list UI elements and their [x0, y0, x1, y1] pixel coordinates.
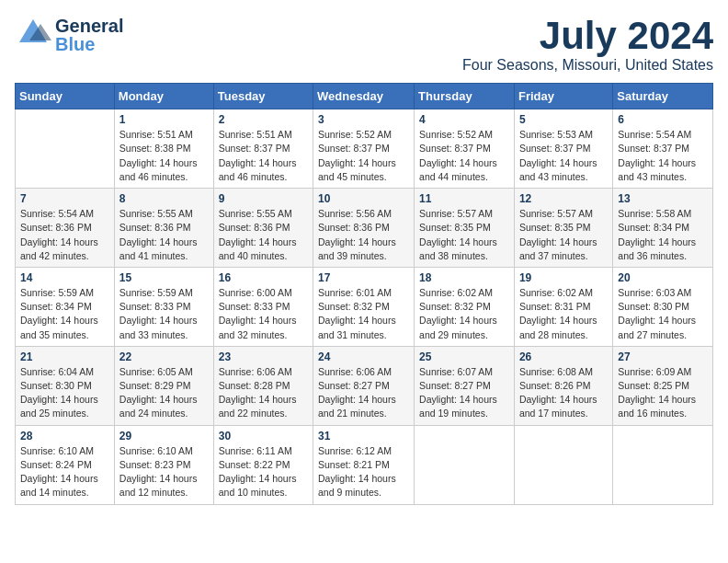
day-number: 6 [618, 113, 708, 126]
day-number: 11 [419, 192, 509, 205]
title-section: July 2024 Four Seasons, Missouri, United… [462, 15, 713, 74]
calendar-cell: 31Sunrise: 6:12 AM Sunset: 8:21 PM Dayli… [313, 425, 415, 504]
day-number: 28 [20, 430, 109, 442]
cell-info: Sunrise: 6:12 AM Sunset: 8:21 PM Dayligh… [318, 444, 409, 500]
cell-info: Sunrise: 6:10 AM Sunset: 8:23 PM Dayligh… [119, 444, 209, 500]
cell-info: Sunrise: 6:00 AM Sunset: 8:33 PM Dayligh… [219, 286, 308, 342]
calendar-cell: 12Sunrise: 5:57 AM Sunset: 8:35 PM Dayli… [514, 189, 612, 268]
day-number: 27 [618, 350, 708, 363]
logo-icon [15, 15, 51, 55]
day-number: 8 [119, 192, 209, 205]
calendar-cell: 11Sunrise: 5:57 AM Sunset: 8:35 PM Dayli… [415, 189, 515, 268]
calendar-cell: 10Sunrise: 5:56 AM Sunset: 8:36 PM Dayli… [313, 189, 415, 268]
cell-info: Sunrise: 6:02 AM Sunset: 8:32 PM Dayligh… [419, 286, 509, 342]
calendar-cell [16, 109, 115, 189]
day-number: 15 [119, 271, 209, 284]
calendar-cell: 26Sunrise: 6:08 AM Sunset: 8:26 PM Dayli… [514, 346, 612, 425]
calendar-cell: 7Sunrise: 5:54 AM Sunset: 8:36 PM Daylig… [16, 189, 115, 268]
day-number: 14 [20, 271, 109, 284]
cell-info: Sunrise: 5:53 AM Sunset: 8:37 PM Dayligh… [519, 128, 608, 184]
day-number: 29 [119, 430, 209, 442]
cell-info: Sunrise: 6:06 AM Sunset: 8:27 PM Dayligh… [318, 365, 409, 421]
day-of-week-header: Tuesday [213, 84, 313, 109]
logo-name: General Blue [55, 17, 123, 53]
day-number: 16 [219, 271, 308, 284]
logo-general-text: General [55, 17, 123, 35]
day-number: 19 [519, 271, 608, 284]
calendar-cell: 20Sunrise: 6:03 AM Sunset: 8:30 PM Dayli… [613, 267, 713, 346]
day-number: 13 [618, 192, 708, 205]
cell-info: Sunrise: 5:59 AM Sunset: 8:33 PM Dayligh… [119, 286, 209, 342]
day-number: 20 [618, 271, 708, 284]
cell-info: Sunrise: 5:54 AM Sunset: 8:37 PM Dayligh… [618, 128, 708, 184]
day-number: 3 [318, 113, 409, 126]
day-number: 30 [219, 430, 308, 442]
calendar-cell: 21Sunrise: 6:04 AM Sunset: 8:30 PM Dayli… [16, 346, 115, 425]
day-number: 2 [219, 113, 308, 126]
calendar-cell: 6Sunrise: 5:54 AM Sunset: 8:37 PM Daylig… [613, 109, 713, 189]
day-number: 18 [419, 271, 509, 284]
cell-info: Sunrise: 5:55 AM Sunset: 8:36 PM Dayligh… [219, 207, 308, 263]
cell-info: Sunrise: 5:58 AM Sunset: 8:34 PM Dayligh… [618, 207, 708, 263]
cell-info: Sunrise: 5:54 AM Sunset: 8:36 PM Dayligh… [20, 207, 109, 263]
day-number: 10 [318, 192, 409, 205]
calendar-cell: 27Sunrise: 6:09 AM Sunset: 8:25 PM Dayli… [613, 346, 713, 425]
day-number: 12 [519, 192, 608, 205]
month-year-title: July 2024 [462, 15, 713, 57]
cell-info: Sunrise: 5:51 AM Sunset: 8:37 PM Dayligh… [219, 128, 308, 184]
day-number: 24 [318, 350, 409, 363]
day-number: 1 [119, 113, 209, 126]
logo: General Blue [15, 15, 123, 55]
calendar-cell: 9Sunrise: 5:55 AM Sunset: 8:36 PM Daylig… [213, 189, 313, 268]
cell-info: Sunrise: 5:52 AM Sunset: 8:37 PM Dayligh… [419, 128, 509, 184]
calendar-cell: 24Sunrise: 6:06 AM Sunset: 8:27 PM Dayli… [313, 346, 415, 425]
calendar-cell: 14Sunrise: 5:59 AM Sunset: 8:34 PM Dayli… [16, 267, 115, 346]
cell-info: Sunrise: 6:03 AM Sunset: 8:30 PM Dayligh… [618, 286, 708, 342]
calendar-cell: 1Sunrise: 5:51 AM Sunset: 8:38 PM Daylig… [114, 109, 213, 189]
day-number: 7 [20, 192, 109, 205]
calendar-cell: 22Sunrise: 6:05 AM Sunset: 8:29 PM Dayli… [114, 346, 213, 425]
day-number: 22 [119, 350, 209, 363]
day-number: 17 [318, 271, 409, 284]
day-number: 26 [519, 350, 608, 363]
cell-info: Sunrise: 6:05 AM Sunset: 8:29 PM Dayligh… [119, 365, 209, 421]
calendar-cell: 15Sunrise: 5:59 AM Sunset: 8:33 PM Dayli… [114, 267, 213, 346]
cell-info: Sunrise: 6:10 AM Sunset: 8:24 PM Dayligh… [20, 444, 109, 500]
calendar-cell: 29Sunrise: 6:10 AM Sunset: 8:23 PM Dayli… [114, 425, 213, 504]
calendar-week-row: 1Sunrise: 5:51 AM Sunset: 8:38 PM Daylig… [16, 109, 713, 189]
cell-info: Sunrise: 5:57 AM Sunset: 8:35 PM Dayligh… [419, 207, 509, 263]
day-number: 9 [219, 192, 308, 205]
day-of-week-header: Wednesday [313, 84, 415, 109]
day-of-week-header: Saturday [613, 84, 713, 109]
cell-info: Sunrise: 6:09 AM Sunset: 8:25 PM Dayligh… [618, 365, 708, 421]
calendar-week-row: 14Sunrise: 5:59 AM Sunset: 8:34 PM Dayli… [16, 267, 713, 346]
day-number: 21 [20, 350, 109, 363]
day-number: 25 [419, 350, 509, 363]
calendar-week-row: 28Sunrise: 6:10 AM Sunset: 8:24 PM Dayli… [16, 425, 713, 504]
cell-info: Sunrise: 6:04 AM Sunset: 8:30 PM Dayligh… [20, 365, 109, 421]
calendar-header-row: SundayMondayTuesdayWednesdayThursdayFrid… [16, 84, 713, 109]
day-of-week-header: Sunday [16, 84, 115, 109]
day-number: 23 [219, 350, 308, 363]
cell-info: Sunrise: 5:56 AM Sunset: 8:36 PM Dayligh… [318, 207, 409, 263]
calendar-cell: 17Sunrise: 6:01 AM Sunset: 8:32 PM Dayli… [313, 267, 415, 346]
cell-info: Sunrise: 6:11 AM Sunset: 8:22 PM Dayligh… [219, 444, 308, 500]
calendar-cell: 4Sunrise: 5:52 AM Sunset: 8:37 PM Daylig… [415, 109, 515, 189]
location-text: Four Seasons, Missouri, United States [462, 57, 713, 74]
calendar-cell [613, 425, 713, 504]
calendar-week-row: 7Sunrise: 5:54 AM Sunset: 8:36 PM Daylig… [16, 189, 713, 268]
day-number: 31 [318, 430, 409, 442]
cell-info: Sunrise: 5:55 AM Sunset: 8:36 PM Dayligh… [119, 207, 209, 263]
cell-info: Sunrise: 5:59 AM Sunset: 8:34 PM Dayligh… [20, 286, 109, 342]
cell-info: Sunrise: 5:52 AM Sunset: 8:37 PM Dayligh… [318, 128, 409, 184]
calendar-cell: 2Sunrise: 5:51 AM Sunset: 8:37 PM Daylig… [213, 109, 313, 189]
calendar-cell: 13Sunrise: 5:58 AM Sunset: 8:34 PM Dayli… [613, 189, 713, 268]
calendar-cell: 8Sunrise: 5:55 AM Sunset: 8:36 PM Daylig… [114, 189, 213, 268]
calendar-cell: 3Sunrise: 5:52 AM Sunset: 8:37 PM Daylig… [313, 109, 415, 189]
cell-info: Sunrise: 6:06 AM Sunset: 8:28 PM Dayligh… [219, 365, 308, 421]
day-number: 5 [519, 113, 608, 126]
day-number: 4 [419, 113, 509, 126]
calendar-cell: 25Sunrise: 6:07 AM Sunset: 8:27 PM Dayli… [415, 346, 515, 425]
calendar-week-row: 21Sunrise: 6:04 AM Sunset: 8:30 PM Dayli… [16, 346, 713, 425]
cell-info: Sunrise: 5:57 AM Sunset: 8:35 PM Dayligh… [519, 207, 608, 263]
